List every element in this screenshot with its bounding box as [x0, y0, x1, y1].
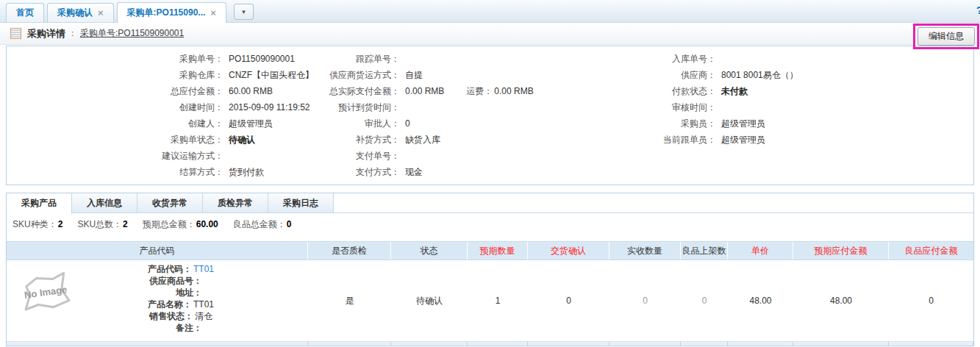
- no-image-label: No Image: [24, 284, 68, 301]
- detail-row: 创建时间：2015-09-09 11:19:52 预计到货时间： 审核时间：: [7, 99, 973, 115]
- tab-inbound-info[interactable]: 入库信息: [72, 193, 137, 212]
- tab-list-dropdown[interactable]: ▼: [234, 4, 254, 20]
- detail-label: 采购员：: [639, 118, 716, 130]
- detail-label: 采购仓库：: [7, 69, 223, 82]
- detail-value: 货到付款: [229, 166, 264, 179]
- detail-row: 总应付金额：60.00 RMB 总实际支付金额：0.00 RMB 运费：0.00…: [7, 83, 973, 99]
- product-field-value: 清仓: [195, 311, 212, 321]
- help-icon[interactable]: ?: [976, 4, 980, 16]
- product-code-link[interactable]: TT01: [193, 264, 214, 274]
- col-delivery-confirm: 交货确认: [528, 242, 609, 260]
- detail-label: 支付单号：: [323, 150, 400, 162]
- detail-label: 总应付金额：: [7, 85, 223, 98]
- detail-value: 自提: [405, 69, 423, 82]
- tab-home-label: 首页: [16, 7, 34, 19]
- detail-label: 供应商：: [639, 69, 716, 82]
- tab-purchase-products[interactable]: 采购产品: [7, 193, 72, 214]
- detail-value: 缺货入库: [405, 134, 440, 146]
- detail-label: 结算方式：: [7, 166, 223, 179]
- product-field-label: 地址：: [90, 287, 202, 298]
- detail-label: 审核时间：: [639, 101, 716, 114]
- product-field-label: 产品名称：: [80, 298, 192, 310]
- detail-value: 0.00 RMB: [494, 86, 533, 96]
- detail-label: 创建人：: [7, 118, 223, 130]
- detail-row: 建议运输方式： 支付单号：: [7, 148, 973, 164]
- tab-purchase-order[interactable]: 采购单:PO115090... ×: [117, 2, 226, 23]
- col-good-shelved: 良品上架数: [681, 242, 728, 260]
- purchase-products-panel: 采购产品 入库信息 收货异常 质检异常 采购日志 SKU种类：2 SKU总数：2…: [6, 193, 974, 346]
- detail-label: 采购单状态：: [7, 134, 223, 146]
- tab-purchase-confirm-label: 采购确认: [57, 7, 93, 19]
- col-product-code: 产品代码: [7, 242, 308, 260]
- summary-good-amount: 良品总金额：0: [233, 218, 292, 231]
- detail-value: 2015-09-09 11:19:52: [229, 102, 310, 112]
- cell-unit-price: 48.00: [728, 260, 793, 341]
- order-status-value: 待确认: [229, 134, 255, 146]
- detail-label: 审批人：: [323, 118, 400, 130]
- sub-tab-bar: 采购产品 入库信息 收货异常 质检异常 采购日志: [7, 193, 973, 213]
- col-received-qty: 实收数量: [609, 242, 681, 260]
- product-field-label: 备注：: [90, 322, 202, 334]
- order-details-panel: 采购单号：PO11509090001 跟踪单号： 入库单号： 采购仓库：CNZF…: [6, 46, 974, 185]
- detail-label: 采购单号：: [7, 53, 223, 65]
- col-expected-payable: 预期应付金额: [793, 242, 889, 260]
- tab-receiving-exception[interactable]: 收货异常: [137, 193, 203, 212]
- product-table: 产品代码 是否质检 状态 预期数量 交货确认 实收数量 良品上架数 单价 预期应…: [7, 241, 973, 346]
- detail-row: 采购单状态：待确认 补货方式：缺货入库 当前跟单员：超级管理员: [7, 132, 973, 148]
- cell-expected-payable: 48.00: [793, 260, 889, 341]
- col-qc-required: 是否质检: [308, 242, 391, 260]
- summary-sku-types: SKU种类：2: [12, 218, 62, 231]
- detail-label: 总实际支付金额：: [323, 85, 400, 98]
- detail-row: 创建人：超级管理员 审批人：0 采购员：超级管理员: [7, 115, 973, 132]
- detail-label: 补货方式：: [323, 134, 400, 146]
- product-field-label: 供应商品号：: [90, 275, 202, 287]
- detail-row: 结算方式：货到付款 支付方式：现金: [7, 164, 973, 180]
- product-info: 产品代码：TT01 供应商品号： 地址： 产品名称：TT01 销售状态：清仓 备…: [80, 263, 214, 334]
- table-header-row: 产品代码 是否质检 状态 预期数量 交货确认 实收数量 良品上架数 单价 预期应…: [7, 241, 973, 260]
- title-separator: ：: [68, 27, 77, 40]
- detail-value: 超级管理员: [721, 134, 765, 146]
- table-row: No Image 产品代码：TT01 供应商品号： 地址： 产品名称：TT01 …: [7, 260, 973, 341]
- detail-label: 跟踪单号：: [323, 53, 400, 65]
- cell-expected-qty: 1: [468, 260, 528, 341]
- detail-value: 0.00 RMB: [405, 86, 444, 96]
- col-expected-qty: 预期数量: [468, 242, 528, 260]
- detail-label: 当前跟单员：: [639, 134, 716, 146]
- cell-good-shelved: 0: [681, 260, 728, 341]
- page-title: 采购详情: [27, 27, 65, 40]
- detail-label: 付款状态：: [639, 85, 716, 98]
- close-icon[interactable]: ×: [210, 8, 216, 18]
- tab-purchase-log[interactable]: 采购日志: [268, 193, 334, 212]
- detail-label: 支付方式：: [323, 166, 400, 179]
- product-field-value: TT01: [193, 299, 214, 310]
- annotation-highlight: 编辑信息: [913, 24, 979, 49]
- next-row-preview: [7, 341, 973, 346]
- detail-label: 预计到货时间：: [323, 101, 400, 114]
- page-header: 采购详情 ： 采购单号:PO11509090001 编辑信息: [0, 23, 980, 45]
- detail-value: 8001 8001易仓（）: [721, 69, 798, 82]
- detail-label: 供应商货运方式：: [323, 69, 400, 82]
- detail-value: 超级管理员: [229, 118, 273, 130]
- detail-row: 采购单号：PO11509090001 跟踪单号： 入库单号：: [7, 51, 973, 67]
- detail-label: 入库单号：: [639, 53, 716, 65]
- summary-sku-total: SKU总数：2: [77, 218, 127, 231]
- tab-purchase-order-label: 采购单:PO115090...: [127, 7, 206, 19]
- tab-qc-exception[interactable]: 质检异常: [203, 193, 268, 212]
- detail-label: 创建时间：: [7, 101, 223, 114]
- tab-purchase-confirm[interactable]: 采购确认 ×: [47, 3, 114, 22]
- cell-delivery-confirm: 0: [528, 260, 609, 341]
- edit-info-button[interactable]: 编辑信息: [918, 27, 975, 46]
- detail-value: 现金: [405, 166, 423, 179]
- close-icon[interactable]: ×: [98, 8, 104, 18]
- detail-value: 超级管理员: [721, 118, 765, 130]
- detail-label: 运费：: [466, 86, 493, 96]
- cell-status: 待确认: [391, 260, 468, 341]
- col-good-payable: 良品应付金额: [889, 242, 973, 260]
- detail-row: 采购仓库：CNZF【中国头程仓】 供应商货运方式：自提 供应商：8001 800…: [7, 67, 973, 83]
- cell-received-qty: 0: [609, 260, 681, 341]
- product-field-label: 产品代码：: [80, 263, 192, 275]
- tab-home[interactable]: 首页: [6, 3, 44, 22]
- col-status: 状态: [391, 242, 468, 260]
- order-number-link[interactable]: 采购单号:PO11509090001: [80, 27, 184, 40]
- freight-field: 运费：0.00 RMB: [466, 85, 533, 98]
